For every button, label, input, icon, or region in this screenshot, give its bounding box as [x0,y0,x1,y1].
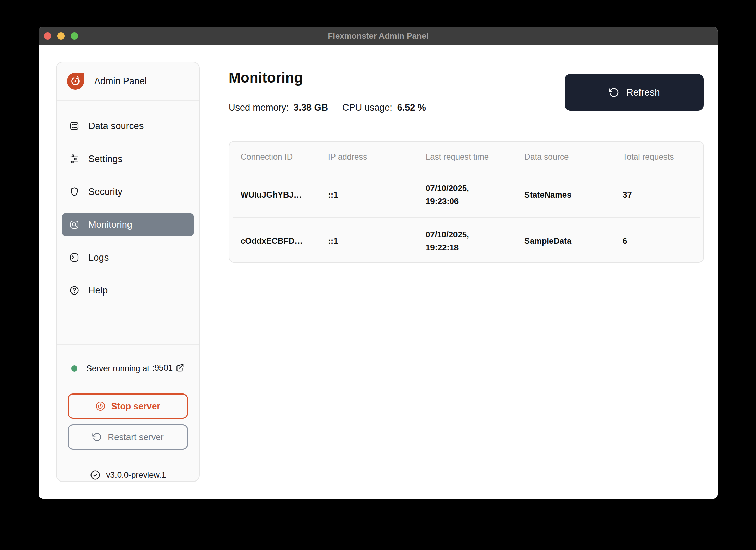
cell-last-request-time: 07/10/2025, 19:23:06 [426,182,487,208]
server-status: Server running at :9501 [57,363,199,374]
sidebar: Admin Panel Data sources [56,62,200,482]
sliders-icon [69,154,80,164]
minimize-button[interactable] [57,32,65,40]
sidebar-item-label: Help [88,285,108,296]
list-icon [69,121,80,131]
window-title: Flexmonster Admin Panel [328,31,429,41]
traffic-lights [44,27,78,45]
server-port-link[interactable]: :9501 [152,363,184,374]
used-memory-value: 3.38 GB [294,102,328,113]
refresh-icon [608,87,619,98]
zoom-button[interactable] [71,32,78,40]
sidebar-header: Admin Panel [57,62,199,101]
cpu-usage-label: CPU usage: [342,102,392,113]
sidebar-item-label: Data sources [88,121,144,132]
external-link-icon [175,363,184,372]
power-icon [95,401,106,411]
sidebar-item-label: Monitoring [88,220,132,230]
table-row: cOddxECBFD… ::1 07/10/2025, 19:22:18 Sam… [229,218,703,263]
refresh-button[interactable]: Refresh [565,74,704,111]
sidebar-item-security[interactable]: Security [62,180,194,203]
table-header-row: Connection ID IP address Last request ti… [229,142,703,172]
terminal-icon [69,252,80,263]
app-name: Admin Panel [94,76,147,87]
stop-server-button[interactable]: Stop server [68,393,188,419]
cell-connection-id: cOddxECBFD… [241,236,328,246]
refresh-label: Refresh [626,87,660,98]
app-body: Admin Panel Data sources [39,45,718,499]
status-dot-icon [71,365,77,372]
cell-data-source: SampleData [524,236,623,246]
stop-server-label: Stop server [111,401,160,412]
sidebar-item-label: Logs [88,252,109,263]
close-button[interactable] [44,32,51,40]
server-status-text: Server running at [86,364,149,373]
sidebar-nav: Data sources Settings [57,101,199,302]
page-title: Monitoring [229,70,303,86]
cell-last-request-time: 07/10/2025, 19:22:18 [426,228,487,254]
sidebar-item-settings[interactable]: Settings [62,147,194,171]
cell-connection-id: WUIuJGhYBJ… [241,190,328,200]
col-header-data-source: Data source [524,152,623,162]
shield-icon [69,187,80,197]
sidebar-item-help[interactable]: Help [62,279,194,302]
version-row: v3.0.0-preview.1 [57,469,199,481]
cell-ip-address: ::1 [328,236,426,246]
col-header-last-request-time: Last request time [426,152,524,162]
sidebar-item-label: Settings [88,154,122,164]
titlebar: Flexmonster Admin Panel [39,27,718,45]
magnifier-icon [69,220,80,230]
flexmonster-logo-icon [67,73,84,90]
col-header-ip-address: IP address [328,152,426,162]
restart-server-label: Restart server [108,432,163,442]
stats-row: Used memory: 3.38 GB CPU usage: 6.52 % [229,102,426,113]
window: Flexmonster Admin Panel Admin Panel [39,27,718,499]
question-icon [69,285,80,296]
sidebar-item-logs[interactable]: Logs [62,246,194,269]
connections-table: Connection ID IP address Last request ti… [229,141,704,263]
col-header-total-requests: Total requests [623,152,692,162]
table-row: WUIuJGhYBJ… ::1 07/10/2025, 19:23:06 Sta… [229,172,703,217]
sidebar-item-monitoring[interactable]: Monitoring [62,213,194,236]
restart-server-button[interactable]: Restart server [68,424,188,450]
restart-icon [92,432,102,442]
cell-data-source: StateNames [524,190,623,200]
cell-total-requests: 6 [623,236,692,246]
sidebar-item-label: Security [88,187,122,197]
cpu-usage-value: 6.52 % [397,102,426,113]
server-port: :9501 [152,363,173,373]
check-circle-icon [90,470,101,480]
cell-ip-address: ::1 [328,190,426,200]
version-label: v3.0.0-preview.1 [106,470,166,480]
sidebar-item-data-sources[interactable]: Data sources [62,114,194,138]
col-header-connection-id: Connection ID [241,152,328,162]
used-memory-label: Used memory: [229,102,289,113]
sidebar-divider [57,344,199,345]
cell-total-requests: 37 [623,190,692,200]
